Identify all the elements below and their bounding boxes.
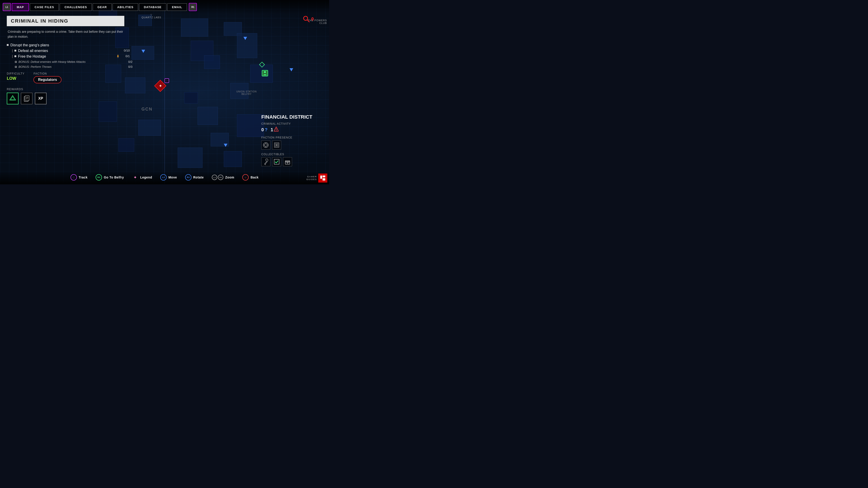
- l1-trigger[interactable]: L1: [3, 3, 11, 11]
- action-move[interactable]: L3 Move: [160, 174, 177, 181]
- tab-challenges[interactable]: CHALLENGES: [60, 3, 92, 11]
- rewards-label: Rewards: [7, 88, 124, 91]
- tab-email[interactable]: EMAIL: [167, 3, 187, 11]
- difficulty-value: LOW: [7, 76, 24, 81]
- question-icon: ?: [265, 127, 268, 132]
- criminal-activity-label: Criminal Activity: [261, 122, 324, 125]
- mission-title: CRIMINAL IN HIDING: [7, 16, 124, 26]
- obj-label-bonus1: BONUS: Defeat enemies with Heavy Melee A…: [19, 60, 123, 64]
- exclamation-icon: [274, 127, 278, 133]
- objective-defeat-enemies: Defeat all enemies 0/10: [12, 49, 130, 53]
- obj-bullet-sub1: [14, 50, 16, 52]
- obj-connector: [12, 49, 13, 53]
- svg-point-1: [304, 16, 308, 20]
- collectibles-icons: [261, 157, 324, 166]
- collectibles-section: Collectibles: [261, 153, 324, 166]
- svg-point-12: [276, 130, 277, 131]
- svg-rect-29: [322, 178, 325, 181]
- zoom-button-icons: L2 R2: [212, 175, 223, 180]
- action-go-to-belfry[interactable]: R3 Go To Belfry: [96, 174, 124, 181]
- search-button[interactable]: 0: [303, 15, 314, 23]
- action-track[interactable]: □ Track: [70, 174, 88, 181]
- belfry-label: Go To Belfry: [104, 175, 124, 179]
- obj-count-bonus1: 0/2: [123, 60, 132, 64]
- svg-point-26: [287, 162, 288, 164]
- difficulty-block: DIFFICULTY LOW: [7, 72, 24, 84]
- watermark-text-top: GAMER: [307, 175, 317, 178]
- action-zoom[interactable]: L2 R2 Zoom: [212, 175, 234, 180]
- obj-label-bonus2: BONUS: Perform Throws: [19, 65, 123, 68]
- ca-unknown-item: 0 ?: [261, 127, 268, 132]
- city-block: [138, 120, 161, 135]
- obj-count-hostage: 0/1: [121, 55, 130, 58]
- reward-xp-label: XP: [38, 96, 43, 101]
- tab-abilities[interactable]: ABILITIES: [113, 3, 138, 11]
- city-block: [125, 77, 145, 93]
- quartz-labs-label: ▽ QUARTZ LABS: [142, 13, 161, 19]
- player-marker: ✦ □: [155, 80, 166, 92]
- watermark-text-bottom: GUIDES: [306, 178, 317, 181]
- ca-count-item: 1: [271, 127, 278, 133]
- bonus-checkbox-1: [15, 61, 17, 63]
- bonus-checkbox-2: [15, 66, 17, 68]
- obj-label-defeat: Defeat all enemies: [18, 49, 121, 53]
- l2-icon: L2: [212, 175, 217, 180]
- svg-marker-3: [10, 96, 16, 100]
- reward-xp-icon: XP: [35, 93, 46, 104]
- union-station-label: UNION STATION BELFRY: [237, 90, 257, 95]
- city-block: [224, 151, 242, 167]
- objective-main: Disrupt the gang's plans: [7, 43, 124, 47]
- objective-bonus-throws: BONUS: Perform Throws 0/3: [15, 65, 132, 68]
- criminal-activity-values: 0 ? 1: [261, 127, 324, 133]
- city-block: [197, 107, 218, 125]
- nav-marker-4: [224, 144, 227, 147]
- reward-cash-icon: [7, 93, 19, 104]
- ca-count-value: 1: [271, 127, 273, 132]
- tab-database[interactable]: DATABASE: [139, 3, 166, 11]
- faction-block: FACTION Regulators: [33, 72, 61, 84]
- collectibles-label: Collectibles: [261, 153, 324, 156]
- tab-case-files[interactable]: CASE FILES: [30, 3, 59, 11]
- rewards-section: Rewards XP: [7, 88, 124, 104]
- rotate-label: Rotate: [193, 175, 204, 179]
- tab-gear[interactable]: GEAR: [93, 3, 112, 11]
- move-button-icon: L3: [160, 174, 166, 181]
- district-panel: FINANCIAL DISTRICT Criminal Activity 0 ?…: [261, 114, 324, 166]
- rotate-button-icon: R3: [185, 174, 191, 181]
- objective-bonus-melee: BONUS: Defeat enemies with Heavy Melee A…: [15, 60, 132, 64]
- legend-label: Legend: [140, 175, 152, 179]
- rewards-items: XP: [7, 93, 124, 104]
- action-back[interactable]: ○ Back: [242, 174, 258, 181]
- city-block: [250, 65, 273, 83]
- obj-bullet-sub2: [14, 55, 16, 57]
- back-label: Back: [250, 175, 258, 179]
- city-block: [184, 92, 198, 103]
- action-rotate[interactable]: R3 Rotate: [185, 174, 204, 181]
- mission-description: Criminals are preparing to commit a crim…: [7, 29, 124, 39]
- track-button-icon: □: [70, 174, 77, 181]
- difficulty-faction-section: DIFFICULTY LOW FACTION Regulators: [7, 72, 124, 84]
- faction-icon-regulators: [261, 140, 270, 150]
- bottom-action-bar: □ Track R3 Go To Belfry ✦ Legend L3 Move…: [0, 170, 329, 184]
- reward-cards-icon: [21, 93, 33, 104]
- svg-line-22: [265, 164, 266, 165]
- r1-trigger[interactable]: R1: [189, 3, 197, 11]
- city-block: [181, 19, 208, 37]
- city-block: [119, 138, 134, 152]
- faction-presence-section: Faction Presence: [261, 136, 324, 150]
- faction-label: FACTION: [33, 72, 61, 75]
- belfry-button-icon: R3: [96, 174, 102, 181]
- city-block: [178, 148, 203, 168]
- collectible-icon-check: [272, 157, 281, 166]
- obj-bullet-main: [7, 44, 8, 46]
- criminal-activity-section: Criminal Activity 0 ? 1: [261, 122, 324, 133]
- action-legend[interactable]: ✦ Legend: [132, 174, 152, 181]
- watermark: GAMER GUIDES: [306, 173, 327, 183]
- track-label: Track: [79, 175, 88, 179]
- tab-map[interactable]: MAP: [12, 3, 29, 11]
- r2-icon: R2: [218, 175, 223, 180]
- search-icon: [303, 15, 310, 23]
- faction-presence-icons: [261, 140, 324, 150]
- collectible-icon-quill: [261, 157, 270, 166]
- top-navigation: L1 MAP CASE FILES CHALLENGES GEAR ABILIT…: [0, 0, 329, 14]
